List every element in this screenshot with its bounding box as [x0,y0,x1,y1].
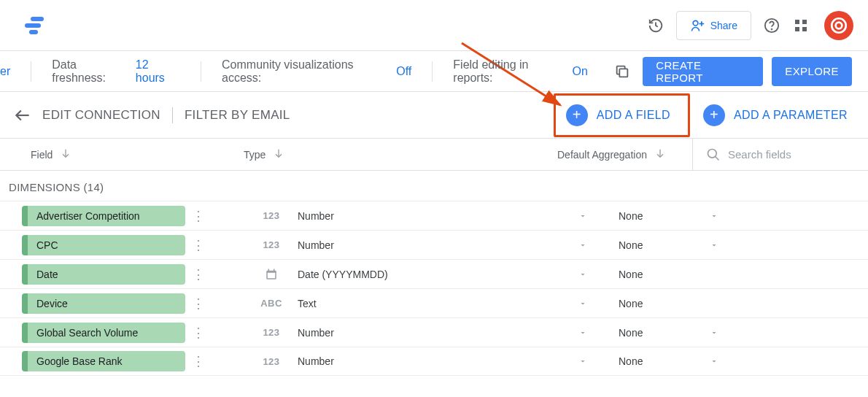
column-header-row: Field Type Default Aggregation [0,139,868,171]
top-bar: Share [0,0,868,51]
history-icon[interactable] [641,11,670,40]
type-dropdown[interactable] [572,270,594,279]
svg-point-10 [832,18,846,33]
svg-line-18 [716,156,719,160]
table-row: Advertiser Competition⋮123NumberNone [0,201,868,230]
dimension-chip[interactable]: Google Base Rank [22,351,185,371]
table-row: Google Base Rank⋮123NumberNone [0,347,868,376]
share-button[interactable]: Share [676,11,751,40]
aggregation-label: None [594,269,703,280]
create-report-button[interactable]: CREATE REPORT [643,57,763,86]
svg-point-1 [693,20,698,26]
explore-button[interactable]: EXPLORE [772,57,852,86]
aggregation-label: None [594,239,703,251]
data-freshness[interactable]: Data freshness: 12 hours [31,51,201,91]
column-header-field[interactable]: Field [31,147,244,161]
help-icon[interactable] [757,11,786,40]
action-bar: EDIT CONNECTION FILTER BY EMAIL + ADD A … [0,92,868,139]
sort-arrow-icon [273,147,284,161]
type-badge: 123 [251,239,292,250]
type-badge: 123 [251,210,292,221]
column-header-aggregation[interactable]: Default Aggregation [557,147,692,161]
svg-rect-23 [268,272,276,278]
type-label: Text [298,298,572,309]
column-header-type[interactable]: Type [244,147,557,161]
svg-rect-7 [802,20,807,24]
svg-point-5 [772,28,772,29]
table-row: Global Search Volume⋮123NumberNone [0,317,868,347]
sort-arrow-icon [654,147,666,161]
add-a-field-button[interactable]: + ADD A FIELD [566,104,670,126]
aggregation-dropdown[interactable] [703,357,725,366]
type-label: Number [298,327,572,339]
aggregation-dropdown[interactable] [703,241,725,250]
field-editing[interactable]: Field editing in reports: On [433,51,608,91]
type-label: Date (YYYYMMDD) [298,269,572,280]
svg-rect-9 [802,27,807,31]
table-row: CPC⋮123NumberNone [0,230,868,259]
type-badge: ABC [251,298,292,309]
type-dropdown[interactable] [572,328,594,337]
dimensions-list: Advertiser Competition⋮123NumberNoneCPC⋮… [0,201,868,376]
table-row: Device⋮ABCTextNone [0,288,868,317]
sort-arrow-icon [60,147,71,161]
edit-connection-label[interactable]: EDIT CONNECTION [42,108,160,123]
aggregation-label: None [594,355,703,367]
aggregation-dropdown[interactable] [703,328,725,337]
type-dropdown[interactable] [572,212,594,220]
info-bar: er Data freshness: 12 hours Community vi… [0,51,868,92]
type-label: Number [298,210,572,222]
aggregation-label: None [594,210,703,222]
more-icon[interactable]: ⋮ [185,237,212,253]
share-label: Share [710,20,737,31]
copy-icon[interactable] [608,63,637,80]
dimension-chip[interactable]: Device [22,293,185,314]
aggregation-label: None [594,327,703,339]
datastudio-logo [22,17,44,34]
apps-icon[interactable] [786,11,815,40]
back-arrow-icon[interactable] [13,106,32,125]
more-icon[interactable]: ⋮ [185,296,212,312]
plus-icon: + [566,104,588,126]
aggregation-label: None [594,298,703,309]
add-a-parameter-button[interactable]: + ADD A PARAMETER [703,104,848,126]
svg-point-11 [836,22,842,28]
account-avatar[interactable] [824,11,853,40]
filter-by-email-label[interactable]: FILTER BY EMAIL [185,108,290,123]
add-field-highlight: + ADD A FIELD [554,93,690,137]
aggregation-dropdown[interactable] [703,212,725,220]
more-icon[interactable]: ⋮ [185,325,212,341]
svg-point-17 [708,149,717,158]
svg-rect-22 [274,269,275,271]
calendar-icon [251,268,292,281]
svg-rect-8 [795,27,799,31]
more-icon[interactable]: ⋮ [185,208,212,224]
dimension-chip[interactable]: Advertiser Competition [22,206,185,226]
table-row: Date⋮Date (YYYYMMDD)None [0,259,868,288]
dimension-chip[interactable]: CPC [22,235,185,255]
type-label: Number [298,355,572,367]
type-badge: 123 [251,327,292,338]
community-visualizations[interactable]: Community visualizations access: Off [201,51,432,91]
partial-tab[interactable]: er [0,51,31,91]
search-input[interactable] [728,148,837,161]
more-icon[interactable]: ⋮ [185,266,212,282]
type-dropdown[interactable] [572,357,594,366]
search-icon [706,147,721,162]
type-label: Number [298,239,572,251]
svg-rect-6 [795,20,799,24]
type-dropdown[interactable] [572,241,594,250]
dimensions-section-title: DIMENSIONS (14) [0,171,868,201]
search-fields[interactable] [692,139,837,170]
more-icon[interactable]: ⋮ [185,353,212,369]
plus-icon: + [703,104,725,126]
dimension-chip[interactable]: Global Search Volume [22,323,185,343]
type-dropdown[interactable] [572,299,594,308]
dimension-chip[interactable]: Date [22,264,185,285]
svg-rect-12 [620,69,628,77]
type-badge: 123 [251,356,292,367]
svg-rect-21 [268,269,270,271]
